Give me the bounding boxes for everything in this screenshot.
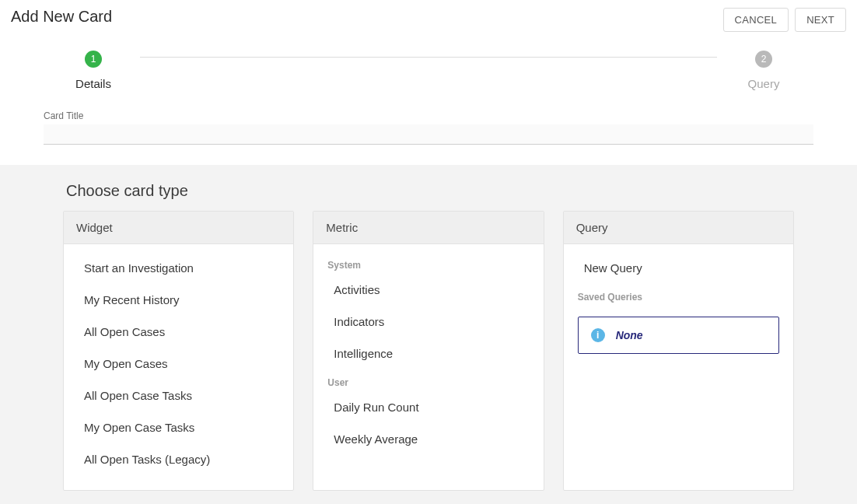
metric-item-indicators[interactable]: Indicators bbox=[313, 306, 543, 338]
widget-header: Widget bbox=[64, 212, 293, 244]
choose-card-type-heading: Choose card type bbox=[66, 182, 794, 200]
widget-item-all-open-tasks-legacy[interactable]: All Open Tasks (Legacy) bbox=[64, 443, 293, 475]
metric-item-intelligence[interactable]: Intelligence bbox=[313, 338, 543, 369]
metric-system-label: System bbox=[313, 252, 543, 274]
cancel-button[interactable]: CANCEL bbox=[723, 8, 789, 32]
next-button[interactable]: NEXT bbox=[795, 8, 846, 32]
metric-item-weekly-average[interactable]: Weekly Average bbox=[313, 423, 543, 455]
card-title-label: Card Title bbox=[44, 110, 813, 121]
widget-item-start-investigation[interactable]: Start an Investigation bbox=[64, 252, 293, 284]
card-title-input[interactable] bbox=[44, 124, 813, 145]
step-line bbox=[140, 57, 717, 58]
widget-item-my-open-case-tasks[interactable]: My Open Case Tasks bbox=[64, 411, 293, 443]
widget-item-my-open-cases[interactable]: My Open Cases bbox=[64, 348, 293, 380]
saved-queries-none-text: None bbox=[616, 329, 643, 341]
widget-item-all-open-case-tasks[interactable]: All Open Case Tasks bbox=[64, 380, 293, 411]
widget-column: Widget Start an Investigation My Recent … bbox=[63, 211, 294, 491]
saved-queries-label: Saved Queries bbox=[564, 284, 793, 306]
step-label-1: Details bbox=[75, 77, 111, 90]
metric-header: Metric bbox=[313, 212, 543, 244]
step-details[interactable]: 1 Details bbox=[47, 51, 140, 90]
widget-item-all-open-cases[interactable]: All Open Cases bbox=[64, 316, 293, 348]
widget-item-recent-history[interactable]: My Recent History bbox=[64, 284, 293, 316]
metric-column: Metric System Activities Indicators Inte… bbox=[313, 211, 544, 491]
query-item-new-query[interactable]: New Query bbox=[564, 252, 793, 284]
step-circle-2: 2 bbox=[755, 51, 772, 68]
metric-item-daily-run-count[interactable]: Daily Run Count bbox=[313, 391, 543, 423]
page-title: Add New Card bbox=[11, 8, 112, 26]
step-query[interactable]: 2 Query bbox=[717, 51, 810, 90]
info-icon: i bbox=[591, 328, 605, 342]
metric-item-activities[interactable]: Activities bbox=[313, 274, 543, 306]
query-header: Query bbox=[564, 212, 793, 244]
step-circle-1: 1 bbox=[85, 51, 102, 68]
top-actions: CANCEL NEXT bbox=[723, 8, 846, 32]
step-label-2: Query bbox=[748, 77, 780, 90]
stepper: 1 Details 2 Query bbox=[0, 51, 857, 90]
metric-user-label: User bbox=[313, 369, 543, 391]
query-column: Query New Query Saved Queries i None bbox=[563, 211, 794, 491]
saved-queries-none-box: i None bbox=[578, 317, 779, 354]
